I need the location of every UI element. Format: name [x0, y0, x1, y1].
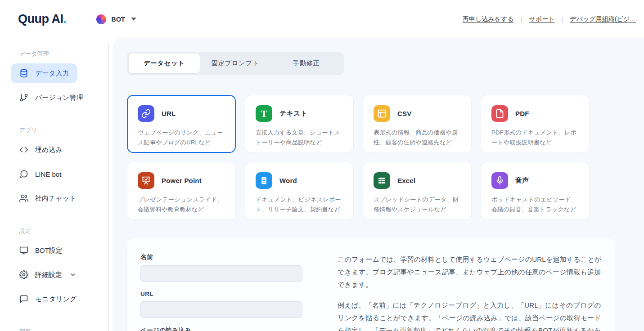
- url-field-label: URL: [140, 291, 302, 297]
- gear-icon: [19, 270, 28, 279]
- card-title: テキスト: [279, 109, 307, 118]
- monitor-icon: [19, 246, 28, 255]
- tab-bar: データセット 固定プロンプト 手動修正: [127, 52, 344, 75]
- sidebar-item-label: BOT設定: [35, 246, 63, 255]
- sidebar-section-data-management: データ管理: [0, 50, 113, 58]
- sidebar-item-label: LINE bot: [35, 170, 61, 178]
- card-description: 表形式の情報、商品の価格や属性、顧客の住所や連絡先など: [374, 128, 461, 148]
- link-icon: [138, 105, 154, 122]
- card-description: PDF形式のドキュメント、レポートや取扱説明書など: [491, 128, 579, 148]
- sidebar-section-development: 開発: [0, 328, 113, 331]
- sidebar-item-label: 社内チャット: [35, 194, 76, 203]
- tab-manual-correction[interactable]: 手動修正: [271, 54, 342, 73]
- text-icon: T: [256, 105, 272, 122]
- card-title: URL: [162, 110, 176, 117]
- sidebar-item-line-bot[interactable]: LINE bot: [11, 164, 69, 184]
- link-debug-org[interactable]: デバッグ用組織(ビジ…: [570, 15, 636, 23]
- chevron-down-icon: [70, 272, 76, 278]
- card-title: Word: [279, 177, 297, 184]
- name-field-label: 名前: [140, 253, 302, 261]
- card-text[interactable]: T テキスト 直接入力する文章、ショートストーリーや商品説明など: [245, 95, 354, 153]
- card-title: CSV: [397, 110, 411, 117]
- users-icon: [19, 194, 28, 203]
- tab-fixed-prompt[interactable]: 固定プロンプト: [200, 54, 271, 73]
- main-panel: データセット 固定プロンプト 手動修正 URL ウェブページのリンク、ニュース記…: [113, 38, 644, 331]
- spreadsheet-icon: [374, 172, 390, 189]
- presentation-icon: [138, 172, 154, 189]
- app-logo: Quup AI.: [18, 12, 67, 26]
- message-square-icon: [19, 295, 28, 304]
- bot-selector-label: BOT: [112, 16, 125, 23]
- sidebar-item-label: 埋め込み: [35, 146, 63, 154]
- name-input[interactable]: [140, 265, 302, 282]
- card-url[interactable]: URL ウェブページのリンク、ニュース記事やブログのURLなど: [127, 95, 236, 153]
- sidebar-item-version-management[interactable]: バージョン管理: [11, 88, 91, 107]
- file-icon: [491, 105, 508, 122]
- page-load-field-label: ページの読み込み: [140, 327, 302, 331]
- link-separator: |: [521, 15, 522, 23]
- sidebar-section-apps: アプリ: [0, 126, 113, 134]
- sidebar-item-data-input[interactable]: データ入力: [11, 63, 77, 83]
- card-word[interactable]: Word ドキュメント、ビジネスレポート、リサーチ論文、契約書など: [245, 162, 354, 220]
- card-description: 直接入力する文章、ショートストーリーや商品説明など: [256, 128, 343, 148]
- card-title: Excel: [397, 177, 415, 184]
- card-csv[interactable]: CSV 表形式の情報、商品の価格や属性、顧客の住所や連絡先など: [363, 95, 472, 153]
- card-description: ポッドキャストのエピソード、会議の録音、音楽トラックなど: [491, 195, 579, 215]
- url-input[interactable]: [140, 301, 302, 318]
- link-reapply[interactable]: 再申し込みをする: [463, 15, 514, 23]
- link-support[interactable]: サポート: [529, 15, 554, 23]
- sidebar-item-label: モニタリング: [35, 295, 77, 304]
- sidebar-item-embed[interactable]: 埋め込み: [11, 140, 71, 160]
- card-description: ドキュメント、ビジネスレポート、リサーチ論文、契約書など: [256, 195, 343, 215]
- message-circle-icon: [19, 170, 28, 179]
- card-description: ウェブページのリンク、ニュース記事やブログのURLなど: [138, 128, 225, 148]
- dataset-type-grid: URL ウェブページのリンク、ニュース記事やブログのURLなど T テキスト 直…: [127, 95, 644, 220]
- sidebar-item-monitoring[interactable]: モニタリング: [11, 289, 85, 309]
- bot-selector[interactable]: BOT: [96, 14, 136, 24]
- sidebar-item-internal-chat[interactable]: 社内チャット: [11, 188, 84, 208]
- header-links: 再申し込みをする | サポート | デバッグ用組織(ビジ…: [463, 15, 636, 23]
- url-form-panel: 名前 URL ページの読み込み このフォームでは、学習の材料として使用するウェブ…: [127, 238, 615, 331]
- url-form-fields: 名前 URL ページの読み込み: [140, 253, 302, 331]
- card-excel[interactable]: Excel スプレッドシートのデータ、財務情報やスケジュールなど: [363, 162, 472, 220]
- url-form-help-text: このフォームでは、学習の材料として使用するウェブページのURLを追加することがで…: [338, 253, 602, 331]
- caret-down-icon: [131, 18, 136, 21]
- logo-text: Quup AI: [18, 12, 63, 26]
- card-pdf[interactable]: PDF PDF形式のドキュメント、レポートや取扱説明書など: [481, 95, 590, 153]
- card-description: スプレッドシートのデータ、財務情報やスケジュールなど: [374, 195, 461, 215]
- help-paragraph: このフォームでは、学習の材料として使用するウェブページのURLを追加することがで…: [338, 253, 602, 291]
- card-title: PDF: [515, 110, 529, 117]
- app-header: Quup AI. BOT 再申し込みをする | サポート | デバッグ用組織(ビ…: [0, 0, 644, 38]
- sidebar-item-label: 詳細設定: [35, 271, 62, 279]
- git-branch-icon: [19, 93, 28, 102]
- sidebar-divider: [108, 44, 109, 331]
- card-powerpoint[interactable]: Power Point プレゼンテーションスライド、会議資料や教育教材など: [127, 162, 236, 220]
- help-paragraph: 例えば、「名前」には「テクノロジーブログ」と入力し、「URL」にはそのブログのリ…: [338, 299, 602, 331]
- database-icon: [19, 69, 28, 78]
- sidebar-item-bot-settings[interactable]: BOT設定: [11, 241, 71, 260]
- word-doc-icon: [256, 172, 272, 189]
- link-separator: |: [561, 15, 563, 23]
- table-icon: [374, 105, 390, 122]
- card-audio[interactable]: 音声 ポッドキャストのエピソード、会議の録音、音楽トラックなど: [481, 162, 590, 220]
- tab-dataset[interactable]: データセット: [129, 54, 200, 73]
- bot-avatar: [96, 14, 106, 24]
- card-description: プレゼンテーションスライド、会議資料や教育教材など: [138, 195, 225, 215]
- sidebar: データ管理 データ入力 バージョン管理 アプリ 埋め込み LINE bot 社内…: [0, 38, 113, 331]
- code-icon: [19, 145, 28, 154]
- microphone-icon: [491, 172, 508, 189]
- sidebar-item-advanced-settings[interactable]: 詳細設定: [11, 265, 84, 285]
- logo-dot: .: [63, 12, 66, 26]
- sidebar-section-settings: 設定: [0, 227, 113, 235]
- sidebar-item-label: データ入力: [35, 69, 69, 78]
- sidebar-item-label: バージョン管理: [35, 94, 83, 102]
- card-title: Power Point: [162, 177, 202, 184]
- card-title: 音声: [515, 176, 529, 185]
